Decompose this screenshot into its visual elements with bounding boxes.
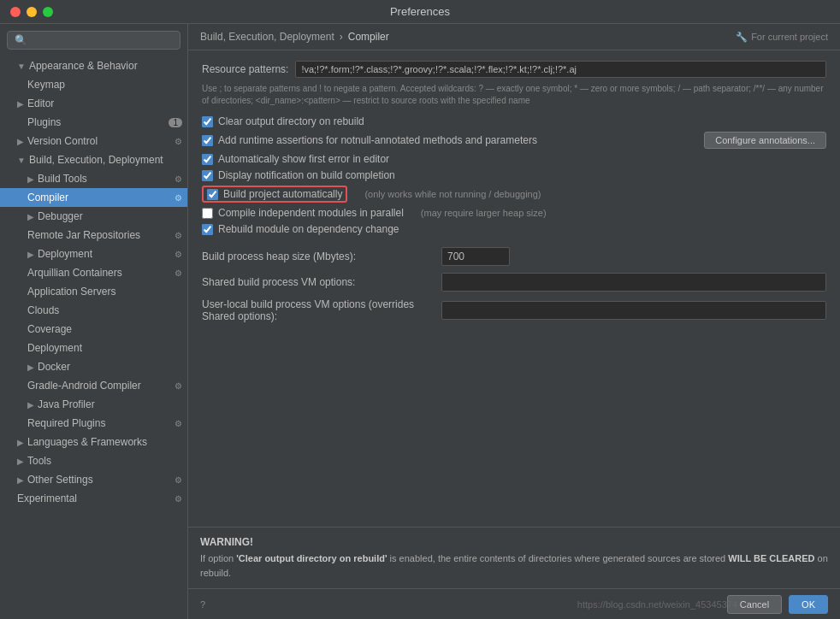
sidebar-item-docker[interactable]: ▶ Docker — [0, 357, 187, 376]
sidebar-item-label: Arquillian Containers — [27, 267, 122, 279]
sidebar-item-label: Keymap — [27, 79, 65, 91]
sidebar-item-label: Java Profiler — [38, 398, 95, 410]
build-automatically-checkbox[interactable] — [207, 189, 218, 200]
sidebar-item-label: Languages & Frameworks — [27, 436, 147, 448]
sidebar-item-compiler[interactable]: Compiler ⚙ — [0, 188, 187, 207]
sync-icon: ⚙ — [175, 137, 182, 146]
hint-text: Use ; to separate patterns and ! to nega… — [202, 83, 826, 107]
sidebar-item-label: Deployment — [38, 248, 92, 260]
search-box[interactable] — [7, 31, 180, 50]
display-notification-label[interactable]: Display notification on build completion — [202, 169, 395, 181]
runtime-assertions-text: Add runtime assertions for notnull-annot… — [218, 134, 537, 146]
rebuild-module-row: Rebuild module on dependency change — [202, 223, 826, 235]
search-input[interactable] — [15, 34, 173, 46]
sync-icon: ⚙ — [175, 475, 182, 485]
compile-parallel-checkbox[interactable] — [202, 208, 213, 219]
sidebar-item-plugins[interactable]: Plugins 1 — [0, 113, 187, 132]
show-first-error-label[interactable]: Automatically show first error in editor — [202, 153, 389, 165]
sidebar-item-label: Build Tools — [38, 173, 87, 185]
sidebar-item-build-execution[interactable]: ▼ Build, Execution, Deployment — [0, 150, 187, 169]
sidebar-item-required-plugins[interactable]: Required Plugins ⚙ — [0, 414, 187, 433]
sidebar-item-remote-jar[interactable]: Remote Jar Repositories ⚙ — [0, 226, 187, 245]
sidebar-item-version-control[interactable]: ▶ Version Control ⚙ — [0, 132, 187, 150]
sidebar-item-clouds[interactable]: Clouds — [0, 301, 187, 320]
maximize-button[interactable] — [43, 7, 53, 17]
sidebar-item-arquillian[interactable]: Arquillian Containers ⚙ — [0, 263, 187, 282]
arrow-icon: ▼ — [17, 62, 26, 71]
sidebar-item-label: Build, Execution, Deployment — [29, 154, 163, 166]
clear-output-text: Clear output directory on rebuild — [218, 115, 364, 127]
sidebar-item-label: Docker — [38, 361, 70, 373]
sidebar-item-label: Deployment — [27, 342, 82, 354]
sidebar-item-label: Application Servers — [27, 286, 115, 298]
sidebar-item-label: Tools — [27, 455, 51, 467]
minimize-button[interactable] — [27, 7, 37, 17]
sidebar-item-app-servers[interactable]: Application Servers — [0, 282, 187, 301]
breadcrumb-separator: › — [340, 31, 343, 43]
sidebar-item-build-tools[interactable]: ▶ Build Tools ⚙ — [0, 169, 187, 188]
runtime-assertions-row: Add runtime assertions for notnull-annot… — [202, 132, 826, 149]
arrow-icon: ▶ — [27, 174, 34, 184]
sidebar-item-label: Clouds — [27, 304, 59, 316]
clear-output-label[interactable]: Clear output directory on rebuild — [202, 115, 364, 127]
resource-patterns-row: Resource patterns: !va;!?*.form;!?*.clas… — [202, 61, 826, 78]
sync-icon: ⚙ — [175, 250, 182, 259]
resource-patterns-label: Resource patterns: — [202, 63, 288, 75]
user-vm-row: User-local build process VM options (ove… — [202, 298, 826, 322]
window-controls — [10, 7, 53, 17]
sidebar-item-label: Coverage — [27, 323, 72, 335]
compile-parallel-label[interactable]: Compile independent modules in parallel — [202, 207, 404, 219]
sidebar-item-appearance-behavior[interactable]: ▼ Appearance & Behavior — [0, 56, 187, 75]
rebuild-module-label[interactable]: Rebuild module on dependency change — [202, 223, 399, 235]
sidebar-item-label: Other Settings — [27, 474, 93, 486]
sidebar-item-deployment[interactable]: ▶ Deployment ⚙ — [0, 245, 187, 263]
arrow-icon: ▶ — [17, 438, 24, 447]
breadcrumb: Build, Execution, Deployment › Compiler … — [188, 24, 840, 50]
sidebar-item-deployment2[interactable]: Deployment — [0, 339, 187, 357]
arrow-icon: ▶ — [17, 457, 24, 466]
rebuild-module-checkbox[interactable] — [202, 224, 213, 235]
for-current-project: 🔧 For current project — [736, 32, 828, 43]
sidebar-item-other-settings[interactable]: ▶ Other Settings ⚙ — [0, 470, 187, 489]
show-first-error-checkbox[interactable] — [202, 154, 213, 165]
window-title: Preferences — [390, 5, 450, 18]
build-automatically-label[interactable]: Build project automatically — [202, 186, 347, 203]
arrow-icon: ▼ — [17, 156, 26, 165]
display-notification-checkbox[interactable] — [202, 170, 213, 181]
runtime-assertions-label[interactable]: Add runtime assertions for notnull-annot… — [202, 134, 537, 146]
sidebar-item-java-profiler[interactable]: ▶ Java Profiler — [0, 395, 187, 414]
sidebar-item-gradle-android[interactable]: Gradle-Android Compiler ⚙ — [0, 376, 187, 395]
sidebar-item-tools[interactable]: ▶ Tools — [0, 451, 187, 470]
preferences-window: Preferences ▼ Appearance & Behavior Keym… — [0, 0, 840, 619]
sidebar-item-debugger[interactable]: ▶ Debugger — [0, 207, 187, 226]
sync-icon: ⚙ — [175, 174, 182, 184]
sidebar-item-keymap[interactable]: Keymap — [0, 75, 187, 94]
ok-button[interactable]: OK — [789, 595, 828, 614]
close-button[interactable] — [10, 7, 21, 17]
runtime-assertions-checkbox[interactable] — [202, 135, 213, 146]
sidebar-item-editor[interactable]: ▶ Editor — [0, 94, 187, 113]
sidebar-item-label: Plugins — [27, 116, 61, 128]
warning-title: WARNING! — [200, 536, 828, 548]
sidebar-item-experimental[interactable]: Experimental ⚙ — [0, 489, 187, 508]
display-notification-text: Display notification on build completion — [218, 169, 395, 181]
resource-patterns-input[interactable]: !va;!?*.form;!?*.class;!?*.groovy;!?*.sc… — [295, 61, 826, 78]
sidebar-item-coverage[interactable]: Coverage — [0, 320, 187, 339]
project-icon: 🔧 — [736, 32, 748, 43]
user-vm-input[interactable] — [441, 301, 826, 320]
clear-output-row: Clear output directory on rebuild — [202, 115, 826, 127]
clear-output-checkbox[interactable] — [202, 116, 213, 127]
sidebar-item-label: Experimental — [17, 492, 77, 504]
build-automatically-row: Build project automatically (only works … — [202, 186, 826, 203]
heap-size-row: Build process heap size (Mbytes): — [202, 247, 826, 266]
content-body: Resource patterns: !va;!?*.form;!?*.clas… — [188, 50, 840, 527]
show-first-error-row: Automatically show first error in editor — [202, 153, 826, 165]
shared-vm-input[interactable] — [441, 273, 826, 292]
sidebar-item-label: Appearance & Behavior — [29, 60, 138, 72]
help-button[interactable]: ? — [200, 599, 205, 610]
sidebar-item-languages[interactable]: ▶ Languages & Frameworks — [0, 433, 187, 451]
title-bar: Preferences — [0, 0, 840, 24]
warning-box: WARNING! If option 'Clear output directo… — [188, 527, 840, 588]
configure-annotations-button[interactable]: Configure annotations... — [704, 132, 826, 149]
heap-size-input[interactable] — [441, 247, 510, 266]
